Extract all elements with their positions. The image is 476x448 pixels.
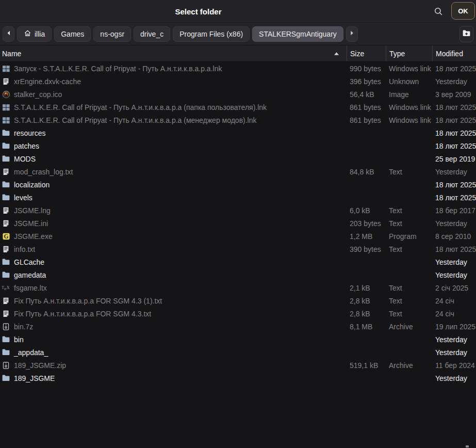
table-row[interactable]: G JSGME.exe 1,2 MB Program 8 сер 2010 xyxy=(0,230,476,243)
column-label-name: Name xyxy=(2,50,21,58)
table-row[interactable]: JSGME.lng 6,0 kB Text 18 бер 2017 xyxy=(0,204,476,217)
table-row[interactable]: levels 18 лют 2025 xyxy=(0,191,476,204)
table-row[interactable]: resources 18 лют 2025 xyxy=(0,126,476,139)
file-modified: 18 лют 2025 xyxy=(432,65,476,73)
breadcrumb-label: illia xyxy=(35,30,45,38)
file-name: _appdata_ xyxy=(14,348,48,357)
breadcrumb-item-drive-c[interactable]: drive_c xyxy=(134,26,170,42)
table-row[interactable]: gamedata Yesterday xyxy=(0,268,476,281)
column-header-modified[interactable]: Modified xyxy=(432,45,476,61)
file-modified: Yesterday xyxy=(432,374,476,382)
table-row[interactable]: Fix Путь А.н.т.и.к.в.а.р.а FOR SGM 4.3 (… xyxy=(0,294,476,307)
dialog-titlebar: Select folder OK xyxy=(0,0,476,23)
table-row[interactable]: GLCache Yesterday xyxy=(0,255,476,268)
column-header-size[interactable]: Size xyxy=(347,45,386,61)
file-size: 390 bytes xyxy=(347,245,386,253)
path-overflow-button[interactable] xyxy=(346,26,358,42)
file-modified: 2 січ 2025 xyxy=(432,284,476,292)
file-size: 203 bytes xyxy=(347,219,386,228)
column-header-type[interactable]: Type xyxy=(386,45,432,61)
file-size: 84,8 kB xyxy=(347,168,386,176)
file-type: Text xyxy=(386,206,432,215)
file-modified: Yesterday xyxy=(432,348,476,357)
table-row[interactable]: bin Yesterday xyxy=(0,333,476,346)
file-size: 861 bytes xyxy=(347,116,386,124)
folder-icon xyxy=(2,141,10,150)
folder-icon xyxy=(2,129,10,137)
folder-icon xyxy=(2,180,10,189)
file-modified: 24 січ xyxy=(432,310,476,318)
breadcrumb-label: Games xyxy=(61,30,84,38)
tex-file-icon: TEX xyxy=(2,283,10,292)
breadcrumb-item-ns-ogsr[interactable]: ns-ogsr xyxy=(93,26,131,42)
file-type: Windows link xyxy=(386,65,432,73)
file-name: GLCache xyxy=(14,258,44,266)
file-name: stalker_cop.ico xyxy=(14,90,62,99)
file-type: Text xyxy=(386,310,432,318)
table-row[interactable]: MODS 25 вер 2019 xyxy=(0,152,476,165)
ok-button[interactable]: OK xyxy=(451,2,475,20)
table-row[interactable]: bin.7z 8,1 MB Archive 19 лип 2025 xyxy=(0,320,476,333)
breadcrumb-item-stalkersgmantiguary[interactable]: STALKERSgmAntiguary xyxy=(252,26,343,42)
table-row[interactable]: localization 18 лют 2025 xyxy=(0,178,476,191)
back-button[interactable] xyxy=(3,26,14,42)
table-row[interactable]: xrEngine.dxvk-cache 396 bytes Unknown Ye… xyxy=(0,75,476,88)
table-row[interactable]: TEX fsgame.ltx 2,1 kB Text 2 січ 2025 xyxy=(0,281,476,294)
table-row[interactable]: stalker_cop.ico 56,4 kB Image 3 вер 2009 xyxy=(0,88,476,101)
text-file-icon xyxy=(2,296,10,305)
table-row[interactable]: 189_JSGME Yesterday xyxy=(0,372,476,385)
path-bar: illiaGamesns-ogsrdrive_cProgram Files (x… xyxy=(0,23,476,45)
file-modified: 24 січ xyxy=(432,297,476,305)
file-type: Image xyxy=(386,90,432,99)
file-type: Archive xyxy=(386,323,432,331)
table-row[interactable]: info.txt 390 bytes Text 18 лют 2025 xyxy=(0,243,476,255)
folder-icon xyxy=(2,154,10,163)
table-row[interactable]: patches 18 лют 2025 xyxy=(0,139,476,152)
file-modified: 18 бер 2017 xyxy=(432,206,476,215)
file-name: Запуск - S.T.A.L.K.E.R. Call of Pripyat … xyxy=(14,65,222,73)
file-modified: 18 лют 2025 xyxy=(432,245,476,253)
file-name: Fix Путь А.н.т.и.к.в.а.р.а FOR SGM 4.3 (… xyxy=(14,297,162,305)
file-name: resources xyxy=(14,129,45,137)
table-row[interactable]: mod_crash_log.txt 84,8 kB Text Yesterday xyxy=(0,165,476,178)
table-row[interactable]: Запуск - S.T.A.L.K.E.R. Call of Pripyat … xyxy=(0,62,476,75)
file-size: 519,1 kB xyxy=(347,361,386,370)
scrollbar-thumb-sliver[interactable] xyxy=(466,445,469,447)
table-row[interactable]: 189_JSGME.zip 519,1 kB Archive 11 бер 20… xyxy=(0,359,476,372)
file-name: levels xyxy=(14,194,32,202)
folder-icon xyxy=(2,335,10,344)
table-row[interactable]: S.T.A.L.K.E.R. Call of Pripyat - Путь А.… xyxy=(0,114,476,126)
file-type: Archive xyxy=(386,361,432,370)
file-name: 189_JSGME.zip xyxy=(14,361,66,370)
program-icon: G xyxy=(2,232,10,241)
breadcrumb-item-illia[interactable]: illia xyxy=(17,26,52,42)
file-modified: 18 лют 2025 xyxy=(432,181,476,189)
file-name: S.T.A.L.K.E.R. Call of Pripyat - Путь А.… xyxy=(14,103,267,111)
breadcrumb-item-program-files-x86-[interactable]: Program Files (x86) xyxy=(173,26,250,42)
file-name: xrEngine.dxvk-cache xyxy=(14,77,81,86)
file-modified: 18 лют 2025 xyxy=(432,116,476,124)
table-row[interactable]: Fix Путь А.н.т.и.к.в.а.р.а FOR SGM 4.3.t… xyxy=(0,307,476,320)
home-icon xyxy=(24,29,31,39)
file-name: JSGME.exe xyxy=(14,232,53,241)
file-name: JSGME.lng xyxy=(14,206,51,215)
file-name: Fix Путь А.н.т.и.к.в.а.р.а FOR SGM 4.3.t… xyxy=(14,310,151,318)
table-row[interactable]: JSGME.ini 203 bytes Text Yesterday xyxy=(0,217,476,230)
new-folder-button[interactable] xyxy=(459,26,473,42)
list-header: Name Size Type Modified xyxy=(0,45,476,62)
file-modified: 18 лют 2025 xyxy=(432,142,476,150)
svg-text:G: G xyxy=(4,233,8,239)
text-file-icon xyxy=(2,77,10,86)
file-type: Windows link xyxy=(386,116,432,124)
file-size: 396 bytes xyxy=(347,77,386,86)
stalker-cop-icon xyxy=(2,90,10,99)
file-type: Text xyxy=(386,219,432,228)
column-header-name[interactable]: Name xyxy=(0,45,347,61)
table-row[interactable]: _appdata_ Yesterday xyxy=(0,346,476,359)
table-row[interactable]: S.T.A.L.K.E.R. Call of Pripyat - Путь А.… xyxy=(0,101,476,114)
file-modified: Yesterday xyxy=(432,258,476,266)
search-button[interactable] xyxy=(431,4,446,20)
folder-icon xyxy=(2,374,10,382)
file-name: MODS xyxy=(14,155,36,163)
breadcrumb-item-games[interactable]: Games xyxy=(54,26,91,42)
